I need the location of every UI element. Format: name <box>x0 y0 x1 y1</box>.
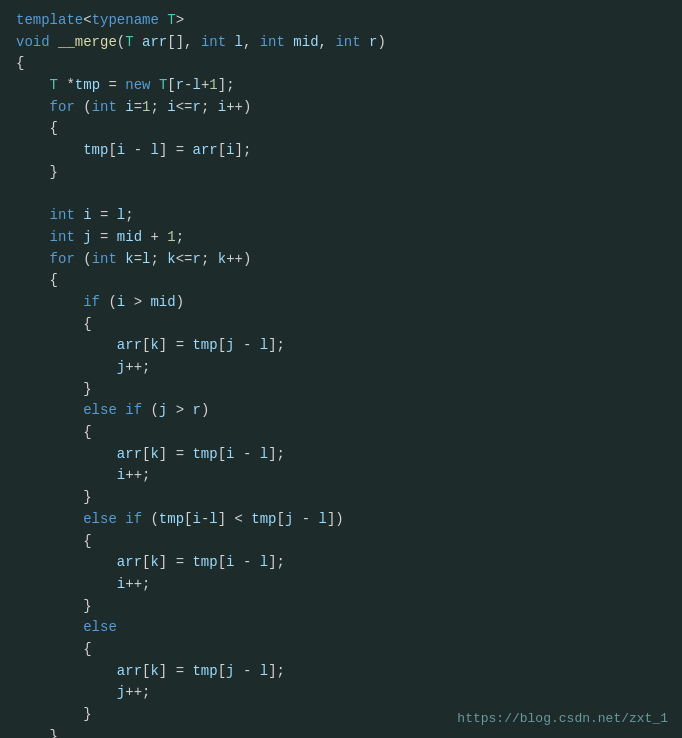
watermark: https://blog.csdn.net/zxt_1 <box>457 711 668 726</box>
code-line-9 <box>16 184 666 206</box>
code-line-17: j++; <box>16 357 666 379</box>
code-container: template<typename T> void __merge(T arr[… <box>0 0 682 738</box>
code-line-6: { <box>16 118 666 140</box>
code-line-12: for (int k=l; k<=r; k++) <box>16 249 666 271</box>
code-line-23: } <box>16 487 666 509</box>
code-line-19: else if (j > r) <box>16 400 666 422</box>
code-line-14: if (i > mid) <box>16 292 666 314</box>
code-line-18: } <box>16 379 666 401</box>
code-line-15: { <box>16 314 666 336</box>
code-line-11: int j = mid + 1; <box>16 227 666 249</box>
code-line-29: else <box>16 617 666 639</box>
code-line-20: { <box>16 422 666 444</box>
code-line-13: { <box>16 270 666 292</box>
code-line-1: template<typename T> <box>16 10 666 32</box>
code-line-34: } <box>16 726 666 738</box>
code-line-8: } <box>16 162 666 184</box>
code-line-2: void __merge(T arr[], int l, int mid, in… <box>16 32 666 54</box>
code-line-7: tmp[i - l] = arr[i]; <box>16 140 666 162</box>
code-line-22: i++; <box>16 465 666 487</box>
code-line-32: j++; <box>16 682 666 704</box>
code-line-30: { <box>16 639 666 661</box>
code-line-28: } <box>16 596 666 618</box>
code-line-5: for (int i=1; i<=r; i++) <box>16 97 666 119</box>
code-line-31: arr[k] = tmp[j - l]; <box>16 661 666 683</box>
code-line-26: arr[k] = tmp[i - l]; <box>16 552 666 574</box>
code-line-16: arr[k] = tmp[j - l]; <box>16 335 666 357</box>
code-line-10: int i = l; <box>16 205 666 227</box>
code-line-3: { <box>16 53 666 75</box>
code-line-27: i++; <box>16 574 666 596</box>
code-line-24: else if (tmp[i-l] < tmp[j - l]) <box>16 509 666 531</box>
code-line-21: arr[k] = tmp[i - l]; <box>16 444 666 466</box>
code-line-25: { <box>16 531 666 553</box>
code-line-4: T *tmp = new T[r-l+1]; <box>16 75 666 97</box>
